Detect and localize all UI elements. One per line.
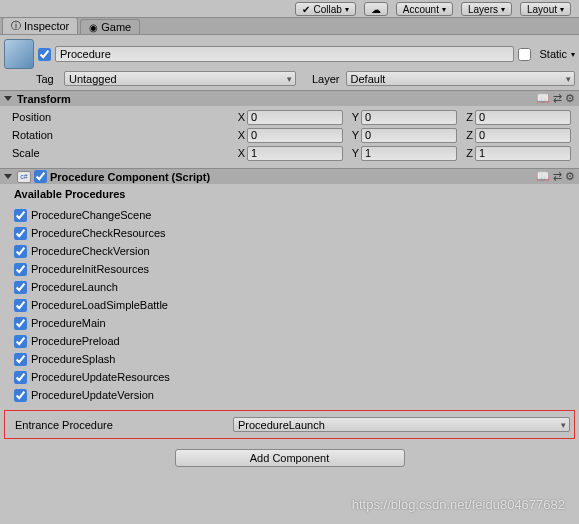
layers-button[interactable]: Layers ▾ xyxy=(461,2,512,16)
layers-label: Layers xyxy=(468,4,498,15)
procedure-checkbox[interactable] xyxy=(14,281,27,294)
tab-game[interactable]: ◉ Game xyxy=(80,19,140,34)
axis-z-label: Z xyxy=(461,129,475,141)
gameobject-header: Static ▾ xyxy=(0,35,579,71)
pos-y-input[interactable] xyxy=(361,110,457,125)
transform-row-label: Rotation xyxy=(12,129,233,141)
procedure-checkbox[interactable] xyxy=(14,389,27,402)
pos-x-input[interactable] xyxy=(247,128,343,143)
procedure-item: ProcedureChangeScene xyxy=(14,206,575,224)
procedure-checkbox[interactable] xyxy=(14,245,27,258)
entrance-procedure-row: Entrance Procedure ProcedureLaunch xyxy=(4,410,575,439)
pos-x-input[interactable] xyxy=(247,146,343,161)
procedure-component-title: Procedure Component (Script) xyxy=(50,171,210,183)
procedure-name: ProcedureChangeScene xyxy=(31,209,151,221)
gear-icon[interactable]: ⚙ xyxy=(565,170,575,183)
procedure-name: ProcedureLoadSimpleBattle xyxy=(31,299,168,311)
entrance-procedure-label: Entrance Procedure xyxy=(15,419,233,431)
procedure-item: ProcedureInitResources xyxy=(14,260,575,278)
procedure-checkbox[interactable] xyxy=(14,317,27,330)
foldout-icon xyxy=(4,96,12,101)
account-label: Account xyxy=(403,4,439,15)
preset-icon[interactable]: ⇄ xyxy=(553,170,562,183)
procedure-checkbox[interactable] xyxy=(14,335,27,348)
pos-z-input[interactable] xyxy=(475,128,571,143)
tag-dropdown[interactable]: Untagged xyxy=(64,71,296,86)
gameobject-name-input[interactable] xyxy=(55,46,514,62)
cloud-button[interactable]: ☁ xyxy=(364,2,388,16)
tag-label: Tag xyxy=(36,73,60,85)
procedure-checkbox[interactable] xyxy=(14,227,27,240)
procedure-checkbox[interactable] xyxy=(14,263,27,276)
entrance-procedure-value: ProcedureLaunch xyxy=(238,419,325,431)
procedure-item: ProcedureCheckResources xyxy=(14,224,575,242)
chevron-down-icon: ▾ xyxy=(442,5,446,14)
procedure-name: ProcedureUpdateResources xyxy=(31,371,170,383)
tab-bar: ⓘ Inspector ◉ Game xyxy=(0,18,579,35)
procedure-item: ProcedureCheckVersion xyxy=(14,242,575,260)
procedure-item: ProcedureUpdateResources xyxy=(14,368,575,386)
transform-header[interactable]: Transform 📖 ⇄ ⚙ xyxy=(0,90,579,106)
axis-y-label: Y xyxy=(347,129,361,141)
procedure-item: ProcedureLoadSimpleBattle xyxy=(14,296,575,314)
procedure-checkbox[interactable] xyxy=(14,209,27,222)
static-label: Static xyxy=(539,48,567,60)
help-icon[interactable]: 📖 xyxy=(536,92,550,105)
procedure-checkbox[interactable] xyxy=(14,299,27,312)
pos-y-input[interactable] xyxy=(361,146,457,161)
layer-dropdown[interactable]: Default xyxy=(346,71,575,86)
procedure-name: ProcedureInitResources xyxy=(31,263,149,275)
account-button[interactable]: Account ▾ xyxy=(396,2,453,16)
axis-z-label: Z xyxy=(461,111,475,123)
component-enabled-checkbox[interactable] xyxy=(34,170,47,183)
collab-button[interactable]: ✔ Collab ▾ xyxy=(295,2,355,16)
tab-game-label: Game xyxy=(101,21,131,33)
help-icon[interactable]: 📖 xyxy=(536,170,550,183)
procedure-name: ProcedureLaunch xyxy=(31,281,118,293)
top-toolbar: ✔ Collab ▾ ☁ Account ▾ Layers ▾ Layout ▾ xyxy=(0,0,579,18)
transform-row: RotationXYZ xyxy=(12,126,575,144)
procedure-item: ProcedurePreload xyxy=(14,332,575,350)
static-checkbox[interactable] xyxy=(518,48,531,61)
active-checkbox[interactable] xyxy=(38,48,51,61)
gameobject-icon[interactable] xyxy=(4,39,34,69)
procedure-item: ProcedureMain xyxy=(14,314,575,332)
collab-label: Collab xyxy=(313,4,341,15)
pos-y-input[interactable] xyxy=(361,128,457,143)
add-component-button[interactable]: Add Component xyxy=(175,449,405,467)
transform-body: PositionXYZRotationXYZScaleXYZ xyxy=(0,106,579,168)
preset-icon[interactable]: ⇄ xyxy=(553,92,562,105)
procedure-name: ProcedureUpdateVersion xyxy=(31,389,154,401)
chevron-down-icon: ▾ xyxy=(501,5,505,14)
game-icon: ◉ xyxy=(89,22,98,33)
watermark: https://blog.csdn.net/feidu804677682 xyxy=(352,497,565,512)
gear-icon[interactable]: ⚙ xyxy=(565,92,575,105)
procedure-component-header[interactable]: c# Procedure Component (Script) 📖 ⇄ ⚙ xyxy=(0,168,579,184)
procedure-checkbox[interactable] xyxy=(14,371,27,384)
tab-inspector[interactable]: ⓘ Inspector xyxy=(2,17,78,34)
foldout-icon xyxy=(4,174,12,179)
entrance-procedure-dropdown[interactable]: ProcedureLaunch xyxy=(233,417,570,432)
pos-x-input[interactable] xyxy=(247,110,343,125)
axis-z-label: Z xyxy=(461,147,475,159)
pos-z-input[interactable] xyxy=(475,110,571,125)
axis-x-label: X xyxy=(233,129,247,141)
chevron-down-icon: ▾ xyxy=(345,5,349,14)
procedure-item: ProcedureUpdateVersion xyxy=(14,386,575,404)
pos-z-input[interactable] xyxy=(475,146,571,161)
transform-row: PositionXYZ xyxy=(12,108,575,126)
axis-y-label: Y xyxy=(347,147,361,159)
check-icon: ✔ xyxy=(302,4,310,15)
chevron-down-icon[interactable]: ▾ xyxy=(571,50,575,59)
procedure-name: ProcedurePreload xyxy=(31,335,120,347)
axis-x-label: X xyxy=(233,111,247,123)
procedure-checkbox[interactable] xyxy=(14,353,27,366)
layer-value: Default xyxy=(351,73,386,85)
cloud-icon: ☁ xyxy=(371,4,381,15)
transform-row: ScaleXYZ xyxy=(12,144,575,162)
info-icon: ⓘ xyxy=(11,19,21,33)
layout-button[interactable]: Layout ▾ xyxy=(520,2,571,16)
add-component-row: Add Component xyxy=(0,439,579,475)
tab-inspector-label: Inspector xyxy=(24,20,69,32)
chevron-down-icon: ▾ xyxy=(560,5,564,14)
